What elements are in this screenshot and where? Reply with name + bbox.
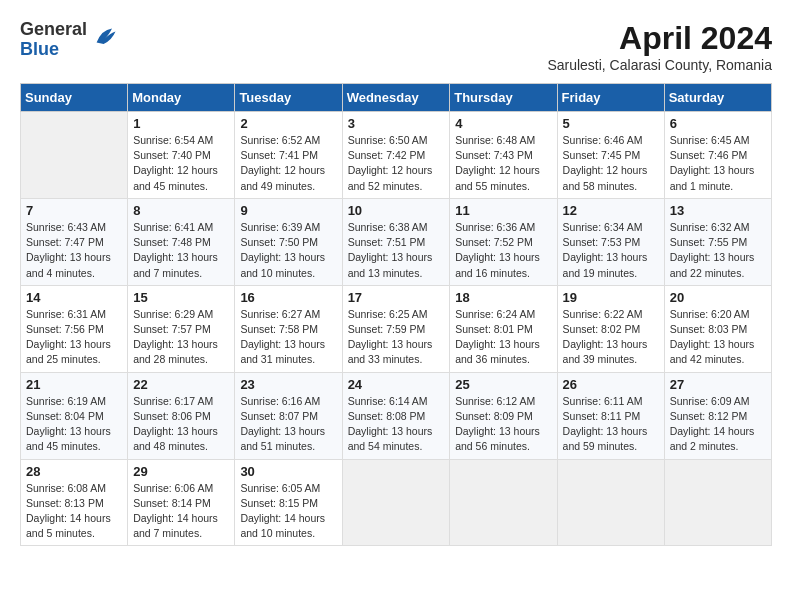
day-info: Sunrise: 6:08 AMSunset: 8:13 PMDaylight:… (26, 481, 122, 542)
day-info: Sunrise: 6:09 AMSunset: 8:12 PMDaylight:… (670, 394, 766, 455)
day-info: Sunrise: 6:39 AMSunset: 7:50 PMDaylight:… (240, 220, 336, 281)
day-info: Sunrise: 6:20 AMSunset: 8:03 PMDaylight:… (670, 307, 766, 368)
day-info: Sunrise: 6:12 AMSunset: 8:09 PMDaylight:… (455, 394, 551, 455)
day-info: Sunrise: 6:52 AMSunset: 7:41 PMDaylight:… (240, 133, 336, 194)
day-info: Sunrise: 6:27 AMSunset: 7:58 PMDaylight:… (240, 307, 336, 368)
day-number: 10 (348, 203, 445, 218)
calendar-cell: 23Sunrise: 6:16 AMSunset: 8:07 PMDayligh… (235, 372, 342, 459)
calendar-cell: 18Sunrise: 6:24 AMSunset: 8:01 PMDayligh… (450, 285, 557, 372)
day-info: Sunrise: 6:43 AMSunset: 7:47 PMDaylight:… (26, 220, 122, 281)
day-info: Sunrise: 6:22 AMSunset: 8:02 PMDaylight:… (563, 307, 659, 368)
page-subtitle: Sarulesti, Calarasi County, Romania (547, 57, 772, 73)
calendar-cell: 21Sunrise: 6:19 AMSunset: 8:04 PMDayligh… (21, 372, 128, 459)
calendar-cell: 17Sunrise: 6:25 AMSunset: 7:59 PMDayligh… (342, 285, 450, 372)
day-number: 5 (563, 116, 659, 131)
day-number: 19 (563, 290, 659, 305)
day-number: 16 (240, 290, 336, 305)
day-info: Sunrise: 6:36 AMSunset: 7:52 PMDaylight:… (455, 220, 551, 281)
day-number: 8 (133, 203, 229, 218)
day-info: Sunrise: 6:17 AMSunset: 8:06 PMDaylight:… (133, 394, 229, 455)
calendar-cell: 10Sunrise: 6:38 AMSunset: 7:51 PMDayligh… (342, 198, 450, 285)
calendar-cell: 13Sunrise: 6:32 AMSunset: 7:55 PMDayligh… (664, 198, 771, 285)
day-info: Sunrise: 6:54 AMSunset: 7:40 PMDaylight:… (133, 133, 229, 194)
calendar-cell: 1Sunrise: 6:54 AMSunset: 7:40 PMDaylight… (128, 112, 235, 199)
calendar-week-row: 14Sunrise: 6:31 AMSunset: 7:56 PMDayligh… (21, 285, 772, 372)
day-number: 28 (26, 464, 122, 479)
day-info: Sunrise: 6:41 AMSunset: 7:48 PMDaylight:… (133, 220, 229, 281)
day-number: 11 (455, 203, 551, 218)
page-title: April 2024 (547, 20, 772, 57)
day-info: Sunrise: 6:06 AMSunset: 8:14 PMDaylight:… (133, 481, 229, 542)
logo-bird-icon (91, 23, 119, 51)
calendar-week-row: 1Sunrise: 6:54 AMSunset: 7:40 PMDaylight… (21, 112, 772, 199)
calendar-cell: 2Sunrise: 6:52 AMSunset: 7:41 PMDaylight… (235, 112, 342, 199)
calendar-cell: 30Sunrise: 6:05 AMSunset: 8:15 PMDayligh… (235, 459, 342, 546)
weekday-header: Thursday (450, 84, 557, 112)
calendar-cell: 25Sunrise: 6:12 AMSunset: 8:09 PMDayligh… (450, 372, 557, 459)
day-number: 9 (240, 203, 336, 218)
day-number: 22 (133, 377, 229, 392)
day-info: Sunrise: 6:34 AMSunset: 7:53 PMDaylight:… (563, 220, 659, 281)
day-info: Sunrise: 6:38 AMSunset: 7:51 PMDaylight:… (348, 220, 445, 281)
title-block: April 2024 Sarulesti, Calarasi County, R… (547, 20, 772, 73)
day-number: 17 (348, 290, 445, 305)
logo: General Blue (20, 20, 119, 60)
page-header: General Blue April 2024 Sarulesti, Calar… (20, 20, 772, 73)
calendar-cell: 8Sunrise: 6:41 AMSunset: 7:48 PMDaylight… (128, 198, 235, 285)
calendar-cell: 4Sunrise: 6:48 AMSunset: 7:43 PMDaylight… (450, 112, 557, 199)
calendar-cell: 12Sunrise: 6:34 AMSunset: 7:53 PMDayligh… (557, 198, 664, 285)
day-number: 2 (240, 116, 336, 131)
logo-general: General (20, 20, 87, 40)
day-number: 27 (670, 377, 766, 392)
calendar-cell (450, 459, 557, 546)
calendar-week-row: 28Sunrise: 6:08 AMSunset: 8:13 PMDayligh… (21, 459, 772, 546)
day-number: 6 (670, 116, 766, 131)
logo-blue: Blue (20, 40, 87, 60)
calendar-table: SundayMondayTuesdayWednesdayThursdayFrid… (20, 83, 772, 546)
day-info: Sunrise: 6:31 AMSunset: 7:56 PMDaylight:… (26, 307, 122, 368)
calendar-cell (342, 459, 450, 546)
calendar-cell: 14Sunrise: 6:31 AMSunset: 7:56 PMDayligh… (21, 285, 128, 372)
calendar-cell: 9Sunrise: 6:39 AMSunset: 7:50 PMDaylight… (235, 198, 342, 285)
day-info: Sunrise: 6:11 AMSunset: 8:11 PMDaylight:… (563, 394, 659, 455)
calendar-cell: 29Sunrise: 6:06 AMSunset: 8:14 PMDayligh… (128, 459, 235, 546)
logo-text: General Blue (20, 20, 87, 60)
calendar-cell: 24Sunrise: 6:14 AMSunset: 8:08 PMDayligh… (342, 372, 450, 459)
calendar-cell: 5Sunrise: 6:46 AMSunset: 7:45 PMDaylight… (557, 112, 664, 199)
weekday-header: Sunday (21, 84, 128, 112)
calendar-cell (664, 459, 771, 546)
calendar-cell: 11Sunrise: 6:36 AMSunset: 7:52 PMDayligh… (450, 198, 557, 285)
day-info: Sunrise: 6:19 AMSunset: 8:04 PMDaylight:… (26, 394, 122, 455)
day-number: 29 (133, 464, 229, 479)
day-number: 20 (670, 290, 766, 305)
weekday-header: Friday (557, 84, 664, 112)
day-number: 1 (133, 116, 229, 131)
day-number: 15 (133, 290, 229, 305)
weekday-header: Wednesday (342, 84, 450, 112)
calendar-week-row: 7Sunrise: 6:43 AMSunset: 7:47 PMDaylight… (21, 198, 772, 285)
day-number: 25 (455, 377, 551, 392)
calendar-cell (557, 459, 664, 546)
calendar-cell: 22Sunrise: 6:17 AMSunset: 8:06 PMDayligh… (128, 372, 235, 459)
calendar-cell: 7Sunrise: 6:43 AMSunset: 7:47 PMDaylight… (21, 198, 128, 285)
day-info: Sunrise: 6:32 AMSunset: 7:55 PMDaylight:… (670, 220, 766, 281)
day-info: Sunrise: 6:25 AMSunset: 7:59 PMDaylight:… (348, 307, 445, 368)
calendar-cell: 6Sunrise: 6:45 AMSunset: 7:46 PMDaylight… (664, 112, 771, 199)
calendar-cell (21, 112, 128, 199)
calendar-cell: 15Sunrise: 6:29 AMSunset: 7:57 PMDayligh… (128, 285, 235, 372)
weekday-header: Saturday (664, 84, 771, 112)
day-number: 13 (670, 203, 766, 218)
day-number: 26 (563, 377, 659, 392)
day-number: 18 (455, 290, 551, 305)
day-number: 14 (26, 290, 122, 305)
day-info: Sunrise: 6:16 AMSunset: 8:07 PMDaylight:… (240, 394, 336, 455)
day-number: 30 (240, 464, 336, 479)
calendar-cell: 27Sunrise: 6:09 AMSunset: 8:12 PMDayligh… (664, 372, 771, 459)
day-number: 4 (455, 116, 551, 131)
calendar-cell: 19Sunrise: 6:22 AMSunset: 8:02 PMDayligh… (557, 285, 664, 372)
day-info: Sunrise: 6:46 AMSunset: 7:45 PMDaylight:… (563, 133, 659, 194)
calendar-cell: 26Sunrise: 6:11 AMSunset: 8:11 PMDayligh… (557, 372, 664, 459)
calendar-cell: 3Sunrise: 6:50 AMSunset: 7:42 PMDaylight… (342, 112, 450, 199)
day-info: Sunrise: 6:14 AMSunset: 8:08 PMDaylight:… (348, 394, 445, 455)
day-info: Sunrise: 6:45 AMSunset: 7:46 PMDaylight:… (670, 133, 766, 194)
